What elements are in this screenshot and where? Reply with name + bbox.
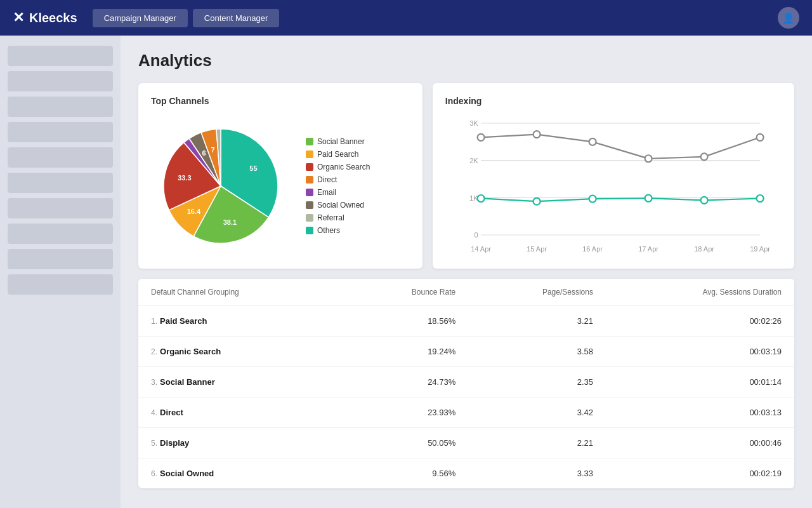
series-dot bbox=[645, 195, 652, 202]
legend-dot bbox=[306, 150, 313, 158]
row-number: 4. bbox=[151, 408, 157, 417]
campaign-manager-button[interactable]: Campaign Manager bbox=[93, 9, 188, 27]
cell-channel: 1.Paid Search bbox=[138, 306, 343, 337]
avatar[interactable]: 👤 bbox=[778, 7, 799, 29]
y-label: 3K bbox=[469, 119, 478, 127]
sidebar-item[interactable] bbox=[8, 173, 113, 193]
main-content: Analytics Top Channels 5538.116.433.367 … bbox=[121, 36, 812, 508]
sidebar-item[interactable] bbox=[8, 122, 113, 142]
sidebar-item[interactable] bbox=[8, 97, 113, 117]
sidebar-item[interactable] bbox=[8, 198, 113, 218]
content-manager-button[interactable]: Content Manager bbox=[193, 9, 279, 27]
cell-channel: 2.Organic Search bbox=[138, 337, 343, 367]
channel-name: Social Banner bbox=[160, 377, 215, 387]
cell-pages: 2.35 bbox=[468, 367, 606, 398]
table-row: 6.Social Owned9.56%3.3300:02:19 bbox=[138, 458, 794, 489]
analytics-table: Default Channel GroupingBounce RatePage/… bbox=[138, 279, 794, 488]
cell-duration: 00:02:26 bbox=[606, 306, 794, 337]
channel-name: Paid Search bbox=[160, 316, 207, 326]
indexing-title: Indexing bbox=[445, 96, 782, 106]
sidebar-item[interactable] bbox=[8, 147, 113, 168]
sidebar-item[interactable] bbox=[8, 274, 113, 295]
cell-bounce: 9.56% bbox=[343, 458, 468, 489]
col-header-3: Avg. Sessions Duration bbox=[606, 279, 794, 306]
header: ✕ Kleecks Campaign Manager Content Manag… bbox=[0, 0, 812, 36]
sidebar bbox=[0, 36, 121, 508]
channel-name: Direct bbox=[160, 408, 183, 417]
legend-dot bbox=[306, 163, 313, 171]
cell-pages: 3.33 bbox=[468, 458, 606, 489]
sidebar-item[interactable] bbox=[8, 224, 113, 244]
indexing-svg: 01K2K3K14 Apr15 Apr16 Apr17 Apr18 Apr19 … bbox=[445, 116, 782, 256]
cell-pages: 3.42 bbox=[468, 398, 606, 428]
legend-label: Others bbox=[317, 226, 340, 235]
cell-duration: 00:02:19 bbox=[606, 458, 794, 489]
legend-dot bbox=[306, 227, 313, 234]
pie-svg: 5538.116.433.367 bbox=[151, 116, 291, 256]
page-title: Analytics bbox=[138, 51, 794, 70]
legend-dot bbox=[306, 214, 313, 222]
x-label: 14 Apr bbox=[471, 245, 491, 253]
y-label: 2K bbox=[469, 157, 478, 164]
indexing-card: Indexing 01K2K3K14 Apr15 Apr16 Apr17 Apr… bbox=[433, 83, 794, 269]
series-dot bbox=[700, 153, 707, 160]
cell-channel: 6.Social Owned bbox=[138, 458, 343, 489]
legend-item: Email bbox=[306, 188, 370, 197]
legend-label: Paid Search bbox=[317, 150, 358, 159]
table-row: 5.Display50.05%2.2100:00:46 bbox=[138, 428, 794, 458]
legend-item: Organic Search bbox=[306, 163, 370, 171]
cell-bounce: 23.93% bbox=[343, 398, 468, 428]
pie-label: 55 bbox=[249, 164, 257, 172]
channel-name: Social Owned bbox=[160, 469, 214, 478]
charts-row: Top Channels 5538.116.433.367 Social Ban… bbox=[138, 83, 794, 269]
series-dot bbox=[533, 131, 540, 138]
logo-icon: ✕ bbox=[13, 10, 24, 26]
cell-channel: 5.Display bbox=[138, 428, 343, 458]
col-header-0: Default Channel Grouping bbox=[138, 279, 343, 306]
channel-name: Display bbox=[160, 438, 189, 448]
pie-container: 5538.116.433.367 Social BannerPaid Searc… bbox=[151, 116, 410, 256]
sidebar-item[interactable] bbox=[8, 249, 113, 269]
legend-label: Email bbox=[317, 188, 336, 197]
table-body: 1.Paid Search18.56%3.2100:02:262.Organic… bbox=[138, 306, 794, 489]
series-dot bbox=[589, 138, 596, 145]
table-row: 4.Direct23.93%3.4200:03:13 bbox=[138, 398, 794, 428]
series-dot bbox=[700, 197, 707, 204]
cell-bounce: 50.05% bbox=[343, 428, 468, 458]
legend-label: Direct bbox=[317, 175, 337, 184]
pie-label: 6 bbox=[202, 149, 206, 157]
cell-pages: 2.21 bbox=[468, 428, 606, 458]
series-line bbox=[481, 135, 760, 159]
table-row: 3.Social Banner24.73%2.3500:01:14 bbox=[138, 367, 794, 398]
table-row: 2.Organic Search19.24%3.5800:03:19 bbox=[138, 337, 794, 367]
row-number: 1. bbox=[151, 317, 157, 326]
layout: Analytics Top Channels 5538.116.433.367 … bbox=[0, 36, 812, 508]
cell-duration: 00:00:46 bbox=[606, 428, 794, 458]
cell-pages: 3.58 bbox=[468, 337, 606, 367]
legend-dot bbox=[306, 176, 313, 184]
x-label: 17 Apr bbox=[638, 245, 658, 253]
series-dot bbox=[756, 195, 763, 202]
table-row: 1.Paid Search18.56%3.2100:02:26 bbox=[138, 306, 794, 337]
sidebar-item[interactable] bbox=[8, 71, 113, 91]
pie-legend: Social BannerPaid SearchOrganic SearchDi… bbox=[306, 137, 370, 235]
pie-label: 7 bbox=[211, 146, 214, 154]
analytics-table-card: Default Channel GroupingBounce RatePage/… bbox=[138, 279, 794, 488]
series-dot bbox=[589, 196, 596, 203]
series-dot bbox=[533, 198, 540, 205]
row-number: 6. bbox=[151, 469, 157, 478]
x-label: 18 Apr bbox=[694, 245, 714, 253]
sidebar-item[interactable] bbox=[8, 46, 113, 66]
series-dot bbox=[477, 195, 484, 202]
legend-dot bbox=[306, 189, 313, 196]
pie-chart: 5538.116.433.367 bbox=[151, 116, 291, 256]
row-number: 2. bbox=[151, 347, 157, 356]
logo: ✕ Kleecks bbox=[13, 10, 77, 26]
legend-label: Social Banner bbox=[317, 137, 365, 146]
series-dot bbox=[645, 155, 652, 162]
pie-label: 16.4 bbox=[187, 208, 201, 215]
y-label: 0 bbox=[474, 231, 478, 239]
cell-bounce: 19.24% bbox=[343, 337, 468, 367]
legend-dot bbox=[306, 201, 313, 209]
line-chart: 01K2K3K14 Apr15 Apr16 Apr17 Apr18 Apr19 … bbox=[445, 116, 782, 256]
